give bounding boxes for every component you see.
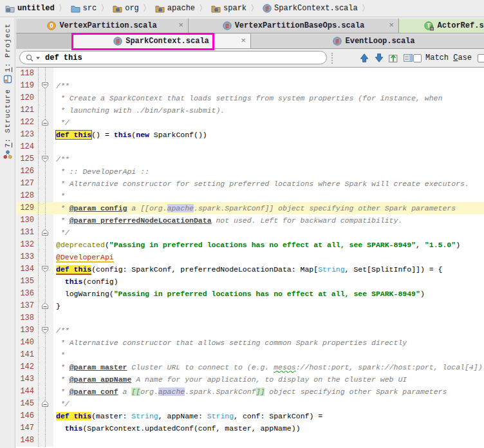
tab-label: VertexPartitionBaseOps.scala <box>235 21 365 30</box>
search-field[interactable] <box>19 51 327 64</box>
line-number: 118 <box>16 68 38 80</box>
fold-marker[interactable] <box>38 398 53 410</box>
structure-toolwindow-icon <box>3 150 12 159</box>
code-text[interactable]: this(config) <box>53 275 484 288</box>
breadcrumb-item-org[interactable]: org <box>113 4 139 13</box>
toolwindow-button-7-structure[interactable]: 7: Structure <box>0 89 15 159</box>
code-token: String <box>318 265 344 274</box>
code-text[interactable] <box>53 141 484 153</box>
export-matches-button[interactable] <box>388 53 399 64</box>
code-line: 118 <box>16 68 484 80</box>
line-number: 134 <box>16 263 38 275</box>
fold-marker[interactable] <box>38 153 53 165</box>
search-input[interactable] <box>45 53 321 62</box>
code-token: String <box>207 412 234 420</box>
code-text[interactable]: * launching with ./bin/spark-submit). <box>53 104 484 117</box>
code-text[interactable]: def this(config: SparkConf, preferredNod… <box>53 263 484 275</box>
code-text[interactable]: * @param conf a [[org.apache.spark.Spark… <box>53 386 484 398</box>
code-text[interactable]: */ <box>53 117 484 129</box>
code-text[interactable]: /** <box>53 324 484 337</box>
breadcrumb-item-spark[interactable]: spark <box>211 4 247 13</box>
code-token: new <box>136 131 149 139</box>
code-line: 122 */ <box>16 117 484 129</box>
breadcrumb-item-apache[interactable]: apache <box>155 4 195 13</box>
tab-eventloop-scala[interactable]: EventLoop.scala× <box>251 33 484 49</box>
fold-gutter <box>38 190 53 202</box>
code-token: (SparkContext.updatedConf(conf, master, … <box>82 424 300 433</box>
svg-text:O: O <box>50 23 54 29</box>
fold-gutter <box>38 202 53 214</box>
next-occurrence-button[interactable] <box>374 53 385 64</box>
fold-marker[interactable] <box>38 227 53 239</box>
fold-gutter <box>38 92 53 104</box>
package-icon <box>113 5 122 13</box>
code-token: @param master <box>70 363 127 371</box>
code-line: 143 * @param appName A name for your app… <box>16 373 484 386</box>
fold-marker[interactable] <box>38 324 53 337</box>
code-token: this <box>65 424 83 433</box>
code-text[interactable]: def this() = this(new SparkConf()) <box>53 129 484 141</box>
tab-vertexpartitionbaseops-scala[interactable]: VertexPartitionBaseOps.scala× <box>189 18 399 33</box>
code-line: 136 logWarning("Passing in preferred loc… <box>16 288 484 300</box>
code-text[interactable]: * <box>53 190 484 202</box>
match-case-checkbox[interactable] <box>413 54 422 62</box>
code-line: 134def this(config: SparkConf, preferred… <box>16 263 484 275</box>
tab-actorref-scala[interactable]: TActorRef.scala <box>399 18 484 33</box>
line-number: 138 <box>16 312 38 324</box>
tab-close-icon[interactable]: × <box>389 21 394 31</box>
code-text[interactable]: */ <box>53 227 484 239</box>
chevron-right-icon: 〉 <box>143 3 151 14</box>
breadcrumb-item-untitled[interactable]: untitled <box>5 4 55 13</box>
toolwindow-button-1-project[interactable]: 1: Project <box>0 23 15 84</box>
code-text[interactable]: logWarning("Passing in preferred locatio… <box>53 288 484 300</box>
match-case-label: Match Case <box>425 53 472 62</box>
breadcrumb-item-sparkcontext-scala[interactable]: SparkContext.scala <box>263 4 358 13</box>
previous-occurrence-button[interactable] <box>359 53 370 64</box>
code-token: String <box>131 412 158 420</box>
code-text[interactable]: * @param appName A name for your applica… <box>53 373 484 386</box>
fold-marker[interactable] <box>38 80 53 92</box>
code-text[interactable]: * Alternative constructor for setting pr… <box>53 178 484 190</box>
tab-label: VertexPartition.scala <box>59 21 156 30</box>
regex-checkbox[interactable] <box>478 54 484 62</box>
code-editor[interactable]: 118119/**120 * Create a SparkContext tha… <box>16 68 484 448</box>
code-text[interactable]: * <box>53 349 484 361</box>
tab-sparkcontext-scala[interactable]: SparkContext.scala× <box>72 33 251 49</box>
code-text[interactable]: } <box>53 300 484 312</box>
code-text[interactable]: * Alternative constructor that allows se… <box>53 337 484 349</box>
tab-close-icon[interactable]: × <box>241 36 246 46</box>
code-token: org. <box>140 387 158 396</box>
line-number: 123 <box>16 129 38 141</box>
code-text[interactable]: * @param master Cluster URL to connect t… <box>53 361 484 373</box>
code-text[interactable]: /** <box>53 153 484 165</box>
fold-marker[interactable] <box>38 263 53 275</box>
toolwindow-strip: 1: Project7: Structure <box>0 18 15 448</box>
code-text[interactable] <box>53 312 484 324</box>
tab-label: ActorRef.scala <box>438 21 484 30</box>
code-text[interactable]: * @param preferredNodeLocationData not u… <box>53 214 484 227</box>
code-text[interactable]: * Create a SparkContext that loads setti… <box>53 92 484 104</box>
code-token: @param preferredNodeLocationData <box>70 216 212 225</box>
code-line: 124 <box>16 141 484 153</box>
code-text[interactable]: * :: DeveloperApi :: <box>53 165 484 178</box>
code-token: (master: <box>91 412 131 420</box>
fold-marker[interactable] <box>38 117 53 129</box>
code-text[interactable]: def this(master: String, appName: String… <box>53 410 484 422</box>
search-history-dropdown-icon[interactable] <box>35 55 41 61</box>
breadcrumb-item-src[interactable]: src <box>71 4 97 13</box>
code-text[interactable]: @DeveloperApi <box>53 251 484 263</box>
tab-close-icon[interactable]: × <box>178 21 183 31</box>
code-token: * <box>56 216 70 225</box>
preview-button[interactable] <box>403 53 414 64</box>
fold-marker[interactable] <box>38 300 53 312</box>
line-number: 145 <box>16 398 38 410</box>
code-text[interactable] <box>53 434 484 447</box>
code-text[interactable]: this(SparkContext.updatedConf(conf, mast… <box>53 422 484 434</box>
tab-vertexpartition-scala[interactable]: OVertexPartition.scala× <box>16 18 189 33</box>
code-text[interactable]: @deprecated("Passing in preferred locati… <box>53 239 484 251</box>
code-text[interactable] <box>53 68 484 80</box>
scala-class-icon <box>333 37 342 46</box>
code-text[interactable]: /** <box>53 80 484 92</box>
code-text[interactable]: */ <box>53 398 484 410</box>
code-text[interactable]: * @param config a [[org.apache.spark.Spa… <box>53 202 484 214</box>
